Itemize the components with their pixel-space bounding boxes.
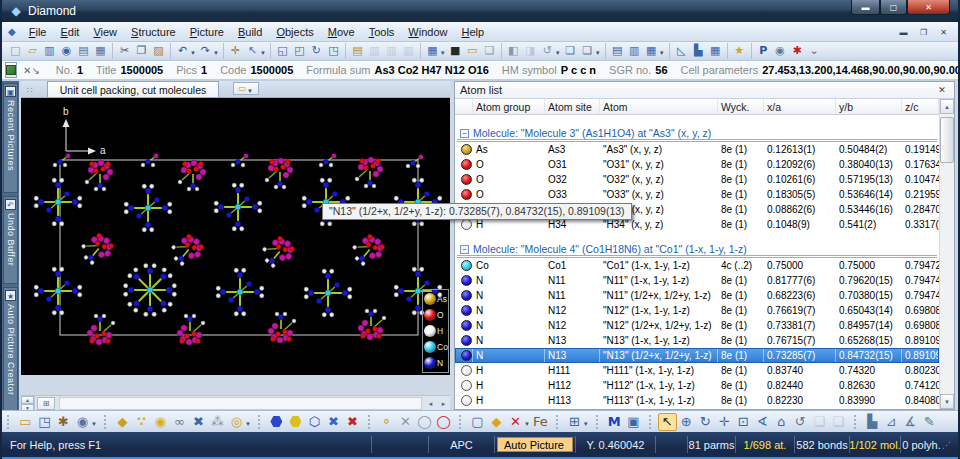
- maximize-button[interactable]: ▢: [880, 0, 907, 15]
- molecule-group-header[interactable]: −Molecule: "Molecule 4" (Co1H18N6) at "C…: [457, 243, 937, 258]
- menu-edit[interactable]: Edit: [53, 24, 86, 40]
- picture-history-dropdown-icon[interactable]: ▼: [555, 50, 561, 56]
- properties-icon[interactable]: P: [755, 43, 772, 59]
- structure-canvas[interactable]: ba AsOHCoN: [21, 98, 450, 375]
- label-bonds-icon[interactable]: Fe: [531, 413, 550, 431]
- distance-ruler-icon[interactable]: ▙: [863, 413, 882, 431]
- auto-picture-wizard-icon[interactable]: ★: [731, 43, 748, 59]
- menu-build[interactable]: Build: [231, 24, 269, 40]
- atom-row[interactable]: NN11"N11" (1-x, 1-y, 1-z)8e (1)0.81777(6…: [455, 273, 939, 288]
- pointer-tool-icon[interactable]: ↖: [658, 413, 677, 431]
- menu-window[interactable]: Window: [401, 24, 454, 40]
- destroy-objects-icon[interactable]: ✕: [506, 413, 525, 431]
- new-picture-tab-button[interactable]: ▭▼: [233, 82, 259, 95]
- select-mode-icon[interactable]: ↖: [244, 43, 261, 59]
- label-eraser-icon[interactable]: ✎: [920, 413, 939, 431]
- picture-tools-icon[interactable]: ✱: [54, 413, 73, 431]
- tracking-2-icon[interactable]: ❏: [829, 413, 848, 431]
- redo-dropdown-icon[interactable]: ▼: [213, 50, 219, 56]
- menu-file[interactable]: File: [22, 24, 54, 40]
- gallery-pane-icon[interactable]: ◨: [522, 43, 539, 59]
- save-icon[interactable]: ▥: [41, 43, 58, 59]
- build-molecules-icon[interactable]: ◆: [113, 413, 132, 431]
- collapse-icon[interactable]: −: [460, 129, 469, 138]
- molecule-group-header[interactable]: −Molecule: "Molecule 3" (As1H1O4) at "As…: [457, 127, 937, 142]
- atom-row-selected[interactable]: NN13"N13" (1/2+x, 1/2+y, 1-z)8e (1)0.732…: [455, 348, 939, 363]
- undo-icon[interactable]: ↶: [174, 43, 191, 59]
- viewing-angle-tool-icon[interactable]: ∢: [753, 413, 772, 431]
- atom-row[interactable]: H: [455, 408, 939, 409]
- pointer-tracking-icon[interactable]: ✱: [789, 43, 806, 59]
- data-sheet-icon[interactable]: ▤: [349, 43, 366, 59]
- build-network-icon[interactable]: ✖: [189, 413, 208, 431]
- packing-range-icon[interactable]: ⊞: [565, 413, 584, 431]
- photo-mode-icon[interactable]: ◉: [772, 43, 789, 59]
- connect-atoms-icon[interactable]: ∞: [170, 413, 189, 431]
- sidebar-tab-recent-pictures[interactable]: ▣Recent Pictures: [3, 83, 18, 193]
- atom-row[interactable]: HH111"H111" (1-x, 1-y, 1-z)8e (1)0.83740…: [455, 363, 939, 378]
- fill-coordination-icon[interactable]: ◎: [227, 413, 246, 431]
- render-video-icon[interactable]: ▣: [624, 413, 643, 431]
- status-cell-auto-picture[interactable]: Auto Picture: [494, 436, 575, 453]
- contact-sphere-red-icon[interactable]: ◯: [434, 413, 453, 431]
- open-icon[interactable]: ▱: [24, 43, 41, 59]
- new-html-report-icon[interactable]: ◰: [291, 43, 308, 59]
- atom-row[interactable]: NN12"N12" (1-x, 1-y, 1-z)8e (1)0.76619(7…: [455, 303, 939, 318]
- atom-list-scrollbar[interactable]: ▲ ▼: [939, 99, 954, 409]
- picture-history-icon[interactable]: ↺: [539, 43, 556, 59]
- menu-view[interactable]: View: [86, 24, 124, 40]
- mdi-restore-button[interactable]: ❐: [915, 25, 932, 39]
- picture-viewer-dropdown-icon[interactable]: ▼: [91, 421, 97, 427]
- table-mode-dropdown-icon[interactable]: ▼: [440, 50, 446, 56]
- copy-picture-icon[interactable]: ❏: [481, 43, 498, 59]
- export-picture-icon[interactable]: ❏: [562, 43, 579, 59]
- view-structure-pane-icon[interactable]: ▤: [609, 43, 626, 59]
- cell-edges-icon[interactable]: ▢: [468, 413, 487, 431]
- redo-icon[interactable]: ↷: [197, 43, 214, 59]
- hscroll-left-arrow[interactable]: ◂: [424, 397, 437, 410]
- goto-structure-button[interactable]: ↘: [31, 62, 39, 78]
- zoom-window-tool-icon[interactable]: ⊡: [734, 413, 753, 431]
- collapse-icon[interactable]: −: [460, 245, 469, 254]
- menu-tools[interactable]: Tools: [362, 24, 402, 40]
- title-bar[interactable]: ◆ Diamond ▬ ▢ ✕: [2, 0, 958, 22]
- column-header-wyck[interactable]: Wyck.: [718, 99, 764, 114]
- atom-row[interactable]: NN13"N13" (1-x, 1-y, 1-z)8e (1)0.76715(7…: [455, 333, 939, 348]
- atom-row[interactable]: OO31"O31" (x, y, z)8e (1)0.12092(6)0.380…: [455, 157, 939, 172]
- new-file-icon[interactable]: □: [7, 43, 24, 59]
- scroll-down-icon[interactable]: ▼: [940, 394, 954, 409]
- spin-tool-icon[interactable]: ↺: [791, 413, 810, 431]
- print-icon[interactable]: ▦: [92, 43, 109, 59]
- picture-viewer-icon[interactable]: ◉: [73, 413, 92, 431]
- sidebar-tab-undo-buffer[interactable]: ↶Undo Buffer: [3, 196, 18, 284]
- atom-row[interactable]: AsAs3"As3" (x, y, z)8e (1)0.12613(1)0.50…: [455, 142, 939, 157]
- new-structure-window-icon[interactable]: ◱: [274, 43, 291, 59]
- view-table-pane-dropdown-icon[interactable]: ▼: [659, 50, 665, 56]
- column-header-atomgroup[interactable]: Atom group: [473, 99, 545, 114]
- menu-picture[interactable]: Picture: [183, 24, 231, 40]
- copy-icon[interactable]: ❐: [133, 43, 150, 59]
- resize-grip[interactable]: ⋰: [942, 436, 958, 453]
- zoom-spinner[interactable]: ▲ ▼: [21, 396, 35, 411]
- measure-triangle-icon[interactable]: ⊿: [882, 413, 901, 431]
- send-picture-dropdown-icon[interactable]: ▼: [595, 50, 601, 56]
- column-header-zc[interactable]: z/c: [902, 99, 939, 114]
- distances-table-icon[interactable]: ▥: [366, 43, 383, 59]
- insert-atom-icon[interactable]: ◉: [151, 413, 170, 431]
- powder-pattern-icon[interactable]: ▙: [690, 43, 707, 59]
- remove-structure-button[interactable]: ✕: [23, 62, 31, 78]
- send-picture-icon[interactable]: ❏: [579, 43, 596, 59]
- new-picture-window-icon[interactable]: ◳: [325, 43, 342, 59]
- spin-up-icon[interactable]: ▲: [21, 396, 34, 404]
- update-windows-icon[interactable]: ↻: [308, 43, 325, 59]
- menu-structure[interactable]: Structure: [124, 24, 183, 40]
- packing-range-dropdown-icon[interactable]: ▼: [583, 421, 589, 427]
- minimize-button[interactable]: ▬: [851, 0, 880, 15]
- picture-tab[interactable]: Unit cell packing, cut molecules: [47, 81, 219, 97]
- sidebar-tab-auto-picture-creator[interactable]: ★Auto Picture Creator: [3, 287, 18, 425]
- scroll-up-icon[interactable]: ▲: [940, 99, 954, 114]
- menu-move[interactable]: Move: [321, 24, 362, 40]
- rotate-tool-icon[interactable]: ↻: [696, 413, 715, 431]
- hscroll-right-arrow[interactable]: ▸: [437, 397, 450, 410]
- measure-mode-icon[interactable]: M: [605, 413, 624, 431]
